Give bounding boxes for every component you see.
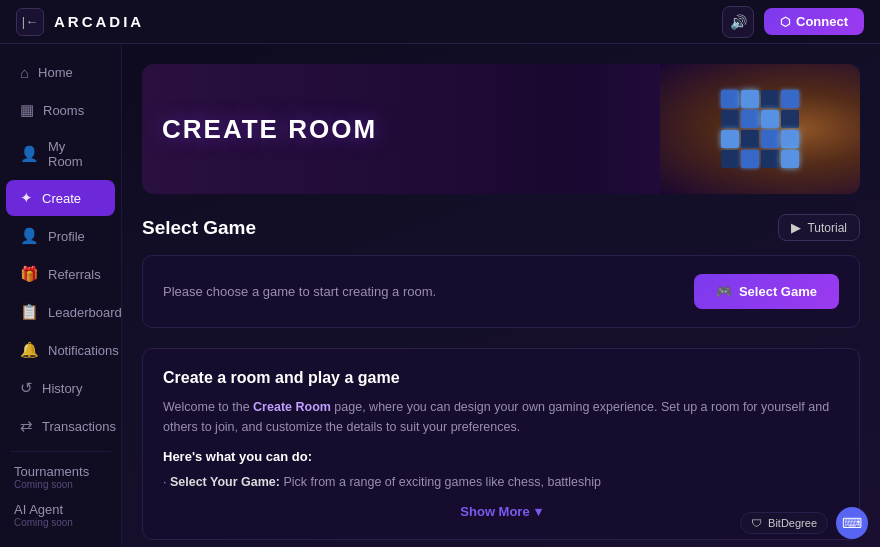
notifications-icon: 🔔 (20, 341, 39, 359)
tutorial-label: Tutorial (807, 221, 847, 235)
sound-button[interactable]: 🔊 (722, 6, 754, 38)
sidebar-ai-agent: AI Agent Coming soon (0, 496, 121, 534)
monitor-cell (781, 90, 799, 108)
monitor-cell (761, 150, 779, 168)
monitor-cell (761, 130, 779, 148)
chevron-down-icon: ▾ (535, 504, 542, 519)
ai-agent-coming-soon: Coming soon (14, 517, 107, 528)
sidebar-item-label: Transactions (42, 419, 116, 434)
monitor-cell (781, 130, 799, 148)
sidebar-item-notifications[interactable]: 🔔 Notifications (6, 332, 115, 368)
sidebar-item-label: Leaderboard (48, 305, 122, 320)
banner-artwork (660, 64, 860, 194)
select-game-card: Please choose a game to start creating a… (142, 255, 860, 328)
sidebar-item-label: Create (42, 191, 81, 206)
sidebar-item-referrals[interactable]: 🎁 Referrals (6, 256, 115, 292)
info-title: Create a room and play a game (163, 369, 839, 387)
sidebar-tournaments: Tournaments Coming soon (0, 458, 121, 496)
tournaments-coming-soon: Coming soon (14, 479, 107, 490)
create-icon: ✦ (20, 189, 33, 207)
tournaments-label: Tournaments (14, 464, 107, 479)
monitor-cell (741, 110, 759, 128)
monitor-cell (721, 90, 739, 108)
select-game-header: Select Game ▶ Tutorial (142, 214, 860, 241)
top-navigation: |← ARCADIA 🔊 ⬡ Connect (0, 0, 880, 44)
select-game-button[interactable]: 🎮 Select Game (694, 274, 839, 309)
sidebar-item-transactions[interactable]: ⇄ Transactions (6, 408, 115, 444)
bottom-bar: 🛡 BitDegree ⌨ (740, 507, 868, 539)
monitor-cell (781, 150, 799, 168)
app-layout: ⌂ Home ▦ Rooms 👤 My Room ✦ Create 👤 Prof… (0, 44, 880, 547)
select-game-button-label: Select Game (739, 284, 817, 299)
profile-icon: 👤 (20, 227, 39, 245)
monitor-cell (741, 150, 759, 168)
monitor-cell (781, 110, 799, 128)
monitor-cell (721, 110, 739, 128)
show-more-label: Show More (460, 504, 529, 519)
discord-icon: ⌨ (842, 515, 862, 531)
history-icon: ↺ (20, 379, 33, 397)
bitdegree-label: BitDegree (768, 517, 817, 529)
monitor-cell (761, 110, 779, 128)
sidebar-item-label: History (42, 381, 82, 396)
tutorial-button[interactable]: ▶ Tutorial (778, 214, 860, 241)
sidebar-item-label: My Room (48, 139, 101, 169)
list-item-text: Pick from a range of exciting games like… (280, 475, 601, 489)
referrals-icon: 🎁 (20, 265, 39, 283)
my-room-icon: 👤 (20, 145, 39, 163)
collapse-sidebar-button[interactable]: |← (16, 8, 44, 36)
main-content: CREATE ROOM (122, 44, 880, 547)
connect-label: Connect (796, 14, 848, 29)
collapse-icon: |← (22, 14, 38, 29)
sidebar-divider (10, 451, 111, 452)
rooms-icon: ▦ (20, 101, 34, 119)
app-logo: ARCADIA (54, 13, 144, 30)
sidebar-item-my-room[interactable]: 👤 My Room (6, 130, 115, 178)
info-list-title: Here's what you can do: (163, 449, 839, 464)
bitdegree-icon: 🛡 (751, 517, 762, 529)
sidebar-item-profile[interactable]: 👤 Profile (6, 218, 115, 254)
sidebar-item-rooms[interactable]: ▦ Rooms (6, 92, 115, 128)
bitdegree-badge: 🛡 BitDegree (740, 512, 828, 534)
nav-right: 🔊 ⬡ Connect (722, 6, 864, 38)
banner-title: CREATE ROOM (162, 114, 377, 145)
show-more-button[interactable]: Show More ▾ (163, 504, 839, 519)
monitor-grid (721, 90, 799, 168)
home-icon: ⌂ (20, 64, 29, 81)
monitor-cell (721, 150, 739, 168)
discord-button[interactable]: ⌨ (836, 507, 868, 539)
info-list-item: · Select Your Game: Pick from a range of… (163, 472, 839, 492)
sidebar-item-label: Profile (48, 229, 85, 244)
info-desc-text1: Welcome to the (163, 400, 253, 414)
monitor-cell (741, 130, 759, 148)
gamepad-icon: 🎮 (716, 284, 732, 299)
transactions-icon: ⇄ (20, 417, 33, 435)
sidebar-item-label: Rooms (43, 103, 84, 118)
sidebar-item-label: Notifications (48, 343, 119, 358)
select-game-placeholder: Please choose a game to start creating a… (163, 282, 436, 302)
monitor-cell (721, 130, 739, 148)
section-title: Select Game (142, 217, 256, 239)
info-desc-highlight: Create Room (253, 400, 331, 414)
sidebar-item-label: Home (38, 65, 73, 80)
nav-left: |← ARCADIA (16, 8, 144, 36)
sidebar-item-create[interactable]: ✦ Create (6, 180, 115, 216)
info-description: Welcome to the Create Room page, where y… (163, 397, 839, 437)
monitor-cell (741, 90, 759, 108)
sidebar-item-history[interactable]: ↺ History (6, 370, 115, 406)
play-icon: ▶ (791, 220, 801, 235)
sound-icon: 🔊 (730, 14, 747, 30)
create-room-banner: CREATE ROOM (142, 64, 860, 194)
sidebar: ⌂ Home ▦ Rooms 👤 My Room ✦ Create 👤 Prof… (0, 44, 122, 547)
sidebar-item-label: Referrals (48, 267, 101, 282)
leaderboard-icon: 📋 (20, 303, 39, 321)
connect-button[interactable]: ⬡ Connect (764, 8, 864, 35)
wallet-icon: ⬡ (780, 15, 790, 29)
monitor-cell (761, 90, 779, 108)
ai-agent-label: AI Agent (14, 502, 107, 517)
sidebar-item-home[interactable]: ⌂ Home (6, 55, 115, 90)
list-item-label: Select Your Game: (170, 475, 280, 489)
sidebar-item-leaderboard[interactable]: 📋 Leaderboard (6, 294, 115, 330)
